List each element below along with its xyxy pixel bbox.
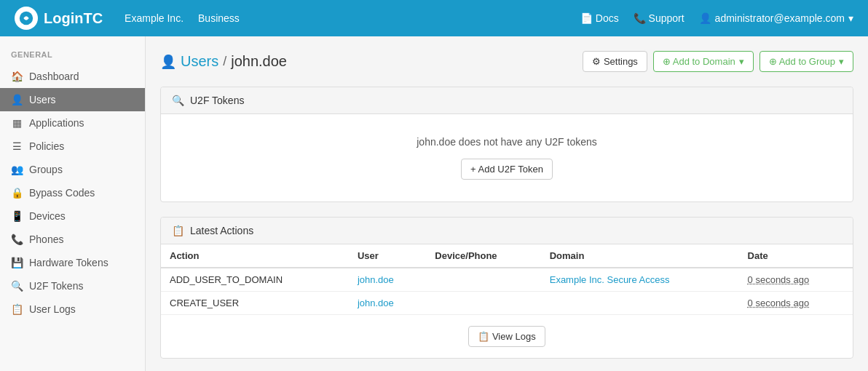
latest-actions-body: Action User Device/Phone Domain Date ADD… [161,244,853,358]
sidebar-item-hardware-tokens[interactable]: 💾 Hardware Tokens [0,251,145,274]
col-device-phone: Device/Phone [426,244,540,268]
dropdown-arrow-domain: ▾ [739,56,744,67]
col-domain: Domain [541,244,739,268]
device-icon: 📱 [11,210,23,222]
user-icon: 👤 [699,12,711,24]
phone-icon: 📞 [11,234,23,245]
col-action: Action [161,244,349,268]
action-cell: ADD_USER_TO_DOMAIN [161,268,349,292]
latest-actions-header: 📋 Latest Actions [161,218,853,244]
user-cell: john.doe [349,292,426,315]
nav-section-link[interactable]: Business [198,9,240,27]
view-logs-button[interactable]: 📋 View Logs [468,326,545,347]
domain-cell: Example Inc. Secure Access [541,268,739,292]
u2f-icon: 🔍 [11,280,23,292]
sidebar-label-hardware-tokens: Hardware Tokens [29,257,108,268]
latest-actions-panel: 📋 Latest Actions Action User Device/Phon… [160,217,853,359]
sidebar-item-bypass-codes[interactable]: 🔒 Bypass Codes [0,181,145,204]
dropdown-arrow-group: ▾ [839,56,844,67]
lock-icon: 🔒 [11,187,23,199]
home-icon: 🏠 [11,71,23,82]
latest-actions-icon: 📋 [172,225,184,236]
nav-right: 📄 Docs 📞 Support 👤 administrator@example… [580,12,853,24]
add-to-domain-label: ⊕ Add to Domain [663,56,735,67]
docs-icon: 📄 [580,12,596,24]
breadcrumb-parent-link[interactable]: Users [181,53,218,70]
sidebar-label-user-logs: User Logs [29,303,76,315]
user-email: administrator@example.com [715,12,845,24]
support-icon: 📞 [634,12,649,24]
sidebar-label-groups: Groups [29,164,63,175]
col-date: Date [739,244,853,268]
sidebar-item-devices[interactable]: 📱 Devices [0,204,145,228]
add-u2f-token-button[interactable]: + Add U2F Token [461,159,553,180]
brand-name: LoginTC [44,10,103,27]
table-row: ADD_USER_TO_DOMAINjohn.doeExample Inc. S… [161,268,853,292]
sidebar-item-users[interactable]: 👤 Users [0,88,145,111]
user-link[interactable]: john.doe [358,274,394,285]
sidebar-section-label: GENERAL [0,47,145,65]
page-header: 👤 Users / john.doe ⚙ Settings ⊕ Add to D… [160,51,853,72]
sidebar-item-applications[interactable]: ▦ Applications [0,111,145,135]
add-to-domain-button[interactable]: ⊕ Add to Domain ▾ [653,51,754,72]
table-row: CREATE_USERjohn.doe0 seconds ago [161,292,853,315]
policies-icon: ☰ [11,140,23,152]
domain-link[interactable]: Example Inc. Secure Access [550,274,670,285]
groups-icon: 👥 [11,164,23,175]
docs-link[interactable]: 📄 Docs [580,12,619,24]
sidebar-item-u2f-tokens[interactable]: 🔍 U2F Tokens [0,274,145,298]
device-cell [426,268,540,292]
logs-icon: 📋 [11,303,23,315]
sidebar-item-dashboard[interactable]: 🏠 Dashboard [0,65,145,88]
top-nav: LoginTC Example Inc. Business 📄 Docs 📞 S… [0,0,868,36]
latest-actions-title: Latest Actions [190,225,253,236]
u2f-panel-body: john.doe does not have any U2F tokens + … [161,114,853,202]
u2f-panel-icon: 🔍 [172,95,184,106]
u2f-tokens-panel: 🔍 U2F Tokens john.doe does not have any … [160,87,853,202]
main-content: 👤 Users / john.doe ⚙ Settings ⊕ Add to D… [146,36,868,371]
domain-cell [541,292,739,315]
sidebar-item-policies[interactable]: ☰ Policies [0,135,145,158]
device-cell [426,292,540,315]
nav-org-link[interactable]: Example Inc. [125,9,184,27]
actions-table: Action User Device/Phone Domain Date ADD… [161,244,853,314]
action-cell: CREATE_USER [161,292,349,315]
u2f-panel-header: 🔍 U2F Tokens [161,87,853,114]
hardware-icon: 💾 [11,257,23,268]
chevron-down-icon: ▾ [848,12,853,24]
nav-links: Example Inc. Business [125,9,580,27]
sidebar-label-policies: Policies [29,140,64,152]
sidebar-label-users: Users [29,94,56,105]
user-header-icon: 👤 [160,54,176,70]
user-cell: john.doe [349,268,426,292]
brand-logo[interactable]: LoginTC [15,7,103,30]
u2f-panel-title: U2F Tokens [190,95,244,106]
sidebar-item-phones[interactable]: 📞 Phones [0,228,145,251]
user-menu[interactable]: 👤 administrator@example.com ▾ [699,12,853,24]
support-link[interactable]: 📞 Support [634,12,684,24]
add-to-group-label: ⊕ Add to Group [769,56,835,67]
breadcrumb-separator: / [223,54,226,69]
sidebar-label-dashboard: Dashboard [29,71,79,82]
sidebar-label-devices: Devices [29,210,66,222]
u2f-empty-message: john.doe does not have any U2F tokens [175,136,838,148]
sidebar: GENERAL 🏠 Dashboard 👤 Users ▦ Applicatio… [0,36,146,371]
page-actions: ⚙ Settings ⊕ Add to Domain ▾ ⊕ Add to Gr… [583,51,853,72]
settings-button[interactable]: ⚙ Settings [583,51,647,72]
table-header-row: Action User Device/Phone Domain Date [161,244,853,268]
view-logs-container: 📋 View Logs [161,314,853,358]
date-cell: 0 seconds ago [739,292,853,315]
sidebar-label-bypass-codes: Bypass Codes [29,187,95,199]
breadcrumb: 👤 Users / john.doe [160,53,572,70]
brand-icon [15,7,38,30]
date-cell: 0 seconds ago [739,268,853,292]
sidebar-item-groups[interactable]: 👥 Groups [0,158,145,181]
sidebar-label-applications: Applications [29,117,84,129]
applications-icon: ▦ [11,117,23,129]
user-link[interactable]: john.doe [358,298,394,308]
breadcrumb-current: john.doe [231,53,287,70]
sidebar-label-u2f-tokens: U2F Tokens [29,280,83,292]
add-to-group-button[interactable]: ⊕ Add to Group ▾ [760,51,853,72]
sidebar-item-user-logs[interactable]: 📋 User Logs [0,298,145,321]
col-user: User [349,244,426,268]
